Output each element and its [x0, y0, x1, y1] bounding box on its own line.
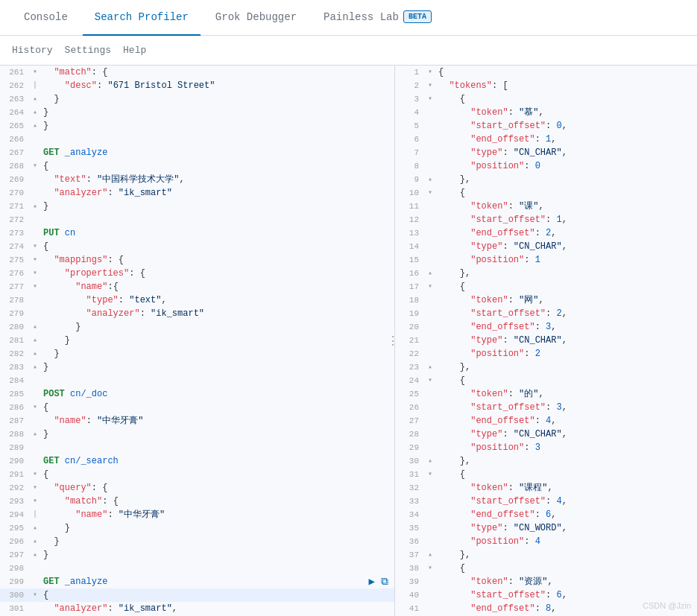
line-number: 277: [0, 280, 30, 293]
line-content: "start_offset": 4,: [435, 495, 697, 508]
line-gutter: ▾: [425, 374, 435, 387]
line-number: 41: [395, 602, 425, 615]
line-number: 289: [0, 441, 30, 454]
line-number: 7: [395, 146, 425, 159]
line-content: {: [40, 468, 394, 481]
table-row: 33 "start_offset": 4,: [395, 495, 697, 508]
play-button[interactable]: ▶: [369, 575, 375, 588]
line-gutter: ▾: [425, 92, 435, 106]
line-number: 291: [0, 468, 30, 481]
line-number: 39: [395, 575, 425, 588]
table-row: 278 "type": "text",: [0, 293, 394, 307]
line-number: 297: [0, 548, 30, 562]
tab-painless-lab[interactable]: Painless Lab BETA: [312, 0, 444, 36]
table-row: 29 "position": 3: [395, 441, 697, 454]
table-row: 2▾ "tokens": [: [395, 79, 697, 92]
line-number: 36: [395, 535, 425, 548]
help-link[interactable]: Help: [123, 42, 146, 59]
table-row: 296▴ }: [0, 535, 394, 548]
table-row: 31▾ {: [395, 468, 697, 481]
line-content: },: [435, 173, 697, 186]
line-number: 283: [0, 361, 30, 374]
line-number: 281: [0, 334, 30, 347]
line-number: 33: [395, 495, 425, 508]
line-number: 15: [395, 253, 425, 267]
line-content: "type": "text",: [40, 293, 394, 307]
line-content: }: [40, 106, 394, 119]
output-editor[interactable]: 1▾{2▾ "tokens": [3▾ {4 "token": "慕",5 "s…: [395, 66, 697, 616]
line-content: "position": 0: [435, 159, 697, 173]
line-content: "name": "中华牙膏": [40, 508, 394, 521]
line-number: 265: [0, 119, 30, 133]
line-content: "name":{: [40, 280, 394, 293]
line-content: {: [435, 374, 697, 387]
line-number: 11: [395, 200, 425, 213]
table-row: 28 "type": "CN_CHAR",: [395, 428, 697, 441]
line-number: 266: [0, 133, 30, 146]
line-number: 9: [395, 173, 425, 186]
line-content: "position": 1: [435, 253, 697, 267]
table-row: 6 "end_offset": 1,: [395, 133, 697, 146]
history-link[interactable]: History: [12, 42, 53, 59]
line-content: {: [40, 159, 394, 173]
table-row: 30▴ },: [395, 454, 697, 468]
line-gutter: ▾: [30, 240, 40, 253]
table-row: 12 "start_offset": 1,: [395, 213, 697, 226]
line-content: }: [40, 119, 394, 133]
table-row: 5 "start_offset": 0,: [395, 119, 697, 133]
line-content: },: [435, 361, 697, 374]
table-row: 285POST cn/_doc: [0, 387, 394, 401]
line-gutter: ▴: [425, 173, 435, 186]
table-row: 284: [0, 374, 394, 387]
line-content: "end_offset": 1,: [435, 133, 697, 146]
line-number: 296: [0, 535, 30, 548]
line-content: "start_offset": 2,: [435, 307, 697, 320]
line-content: GET _analyze: [40, 146, 394, 159]
line-content: "position": 2: [435, 347, 697, 361]
copy-link-button[interactable]: ⧉: [381, 575, 388, 588]
line-gutter: ▾: [425, 186, 435, 200]
tab-grok-debugger[interactable]: Grok Debugger: [204, 0, 309, 36]
code-editor[interactable]: 261▾ "match": {262| "desc": "671 Bristol…: [0, 66, 394, 616]
line-number: 275: [0, 253, 30, 267]
table-row: 22 "position": 2: [395, 347, 697, 361]
line-number: 6: [395, 133, 425, 146]
table-row: 297▴}: [0, 548, 394, 562]
table-row: 1▾{: [395, 66, 697, 79]
line-content: {: [435, 562, 697, 575]
line-content: "tokens": [: [435, 79, 697, 92]
line-number: 8: [395, 159, 425, 173]
line-gutter: ▴: [30, 200, 40, 213]
table-row: 34 "end_offset": 6,: [395, 508, 697, 521]
line-number: 262: [0, 79, 30, 92]
line-number: 286: [0, 401, 30, 414]
line-gutter: ▴: [30, 521, 40, 535]
line-content: "token": "课",: [435, 200, 697, 213]
line-number: 30: [395, 454, 425, 468]
line-content: "mappings": {: [40, 253, 394, 267]
line-gutter: ▴: [30, 334, 40, 347]
line-gutter: ▾: [425, 280, 435, 293]
table-row: 27 "end_offset": 4,: [395, 414, 697, 428]
line-gutter: ▾: [425, 468, 435, 481]
tab-search-profiler[interactable]: Search Profiler: [83, 0, 201, 36]
line-number: 23: [395, 361, 425, 374]
line-number: 34: [395, 508, 425, 521]
line-number: 287: [0, 414, 30, 428]
line-number: 24: [395, 374, 425, 387]
line-gutter: ▴: [30, 106, 40, 119]
line-content: "query": {: [40, 481, 394, 495]
table-row: 272: [0, 213, 394, 226]
settings-link[interactable]: Settings: [65, 42, 111, 59]
line-content: },: [435, 267, 697, 280]
line-number: 12: [395, 213, 425, 226]
resize-handle[interactable]: [391, 66, 394, 616]
line-number: 301: [0, 602, 30, 615]
table-row: 15 "position": 1: [395, 253, 697, 267]
line-number: 295: [0, 521, 30, 535]
table-row: 287 "name": "中华牙膏": [0, 414, 394, 428]
line-content: }: [40, 521, 394, 535]
line-gutter: ▾: [30, 159, 40, 173]
line-content: {: [40, 401, 394, 414]
tab-console[interactable]: Console: [12, 0, 80, 36]
